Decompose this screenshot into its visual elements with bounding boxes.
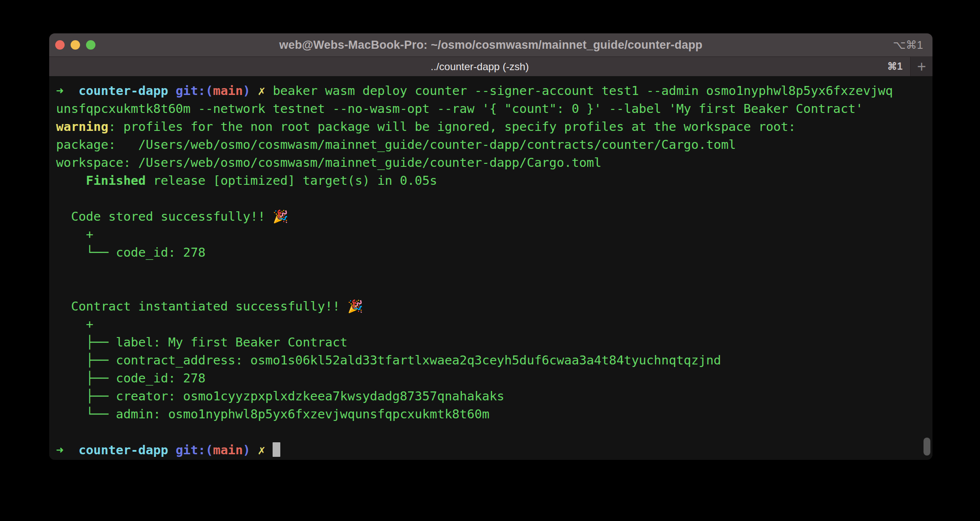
new-tab-button[interactable]: +	[910, 57, 932, 76]
text-segment: )	[243, 443, 250, 457]
text-segment: └── code_id: 278	[56, 245, 205, 260]
terminal-line: Code stored successfully!! 🎉	[56, 207, 932, 225]
text-segment: git:(	[175, 443, 213, 457]
text-segment: unsfqpcxukmtk8t60m --network testnet --n…	[56, 101, 863, 116]
text-segment: counter-dapp	[78, 443, 168, 457]
text-segment: warning	[56, 119, 108, 134]
text-segment: +	[56, 317, 93, 332]
tab-shortcut-badge: ⌘1	[887, 61, 903, 72]
terminal-line	[56, 423, 932, 441]
terminal-line	[56, 189, 932, 207]
text-segment: ➜	[56, 83, 63, 98]
terminal-line: unsfqpcxukmtk8t60m --network testnet --n…	[56, 100, 932, 118]
text-segment: ├── contract_address: osmo1s06kl52ald33t…	[56, 353, 721, 367]
text-segment: )	[243, 83, 250, 98]
tab-bar: ../counter-dapp (-zsh) ⌘1 +	[49, 57, 932, 76]
text-segment: Finished	[86, 173, 146, 188]
text-segment: workspace: /Users/web/osmo/cosmwasm/main…	[56, 155, 602, 170]
text-segment	[168, 83, 175, 98]
text-segment: ├── code_id: 278	[56, 371, 205, 385]
terminal-line: package: /Users/web/osmo/cosmwasm/mainne…	[56, 136, 932, 154]
title-bar[interactable]: web@Webs-MacBook-Pro: ~/osmo/cosmwasm/ma…	[49, 33, 932, 57]
minimize-button[interactable]	[71, 40, 80, 50]
text-segment: ├── label: My first Beaker Contract	[56, 335, 347, 349]
text-segment: package: /Users/web/osmo/cosmwasm/mainne…	[56, 137, 736, 152]
text-segment: ✗	[258, 443, 265, 457]
terminal-line: warning: profiles for the non root packa…	[56, 118, 932, 136]
terminal-line: Contract instantiated successfully!! 🎉	[56, 297, 932, 315]
close-button[interactable]	[55, 40, 65, 50]
terminal-body[interactable]: ➜ counter-dapp git:(main) ✗ beaker wasm …	[49, 76, 932, 460]
terminal-line: ├── code_id: 278	[56, 369, 932, 387]
window-title: web@Webs-MacBook-Pro: ~/osmo/cosmwasm/ma…	[279, 38, 702, 52]
window-shortcut-badge: ⌥⌘1	[893, 38, 923, 52]
tab-counter-dapp[interactable]: ../counter-dapp (-zsh) ⌘1	[49, 57, 910, 76]
terminal-line	[56, 261, 932, 279]
text-segment	[265, 83, 273, 98]
tab-label: ../counter-dapp (-zsh)	[431, 61, 529, 73]
text-segment: git:(	[175, 83, 213, 98]
text-segment: └── admin: osmo1nyphwl8p5yx6fxzevjwqunsf…	[56, 407, 490, 421]
text-segment	[168, 443, 175, 457]
traffic-lights	[55, 33, 95, 56]
plus-icon: +	[917, 58, 926, 76]
terminal-line: └── admin: osmo1nyphwl8p5yx6fxzevjwqunsf…	[56, 405, 932, 423]
text-segment: main	[213, 443, 243, 457]
terminal-line: Finished release [optimized] target(s) i…	[56, 172, 932, 189]
text-segment: beaker wasm deploy counter --signer-acco…	[273, 83, 893, 98]
terminal-line: ├── contract_address: osmo1s06kl52ald33t…	[56, 351, 932, 369]
terminal-line: +	[56, 315, 932, 333]
text-segment	[250, 443, 258, 457]
text-segment	[250, 83, 258, 98]
text-segment	[63, 83, 78, 98]
text-segment	[63, 443, 78, 457]
text-segment: : profiles for the non root package will…	[108, 119, 796, 134]
terminal-window: web@Webs-MacBook-Pro: ~/osmo/cosmwasm/ma…	[49, 33, 932, 460]
text-segment: release [optimized] target(s) in 0.05s	[146, 173, 437, 188]
zoom-button[interactable]	[86, 40, 95, 50]
text-segment: ➜	[56, 443, 63, 457]
terminal-line: +	[56, 225, 932, 243]
text-segment	[56, 173, 86, 188]
terminal-line: workspace: /Users/web/osmo/cosmwasm/main…	[56, 154, 932, 172]
text-segment: +	[56, 227, 93, 242]
text-segment: Code stored successfully!! 🎉	[56, 209, 288, 224]
terminal-line: ├── label: My first Beaker Contract	[56, 333, 932, 351]
scrollbar-thumb[interactable]	[924, 438, 930, 456]
text-segment: counter-dapp	[78, 83, 168, 98]
text-segment: main	[213, 83, 243, 98]
terminal-line: ➜ counter-dapp git:(main) ✗	[56, 441, 932, 459]
text-segment	[265, 443, 273, 457]
text-segment: ├── creator: osmo1cyyzpxplxdzkeea7kwsyda…	[56, 389, 505, 403]
text-segment: Contract instantiated successfully!! 🎉	[56, 299, 363, 314]
terminal-line: ├── creator: osmo1cyyzpxplxdzkeea7kwsyda…	[56, 387, 932, 405]
text-segment: ✗	[258, 83, 265, 98]
terminal-line: └── code_id: 278	[56, 243, 932, 261]
terminal-line	[56, 279, 932, 297]
terminal-cursor	[273, 442, 280, 457]
terminal-line: ➜ counter-dapp git:(main) ✗ beaker wasm …	[56, 82, 932, 100]
